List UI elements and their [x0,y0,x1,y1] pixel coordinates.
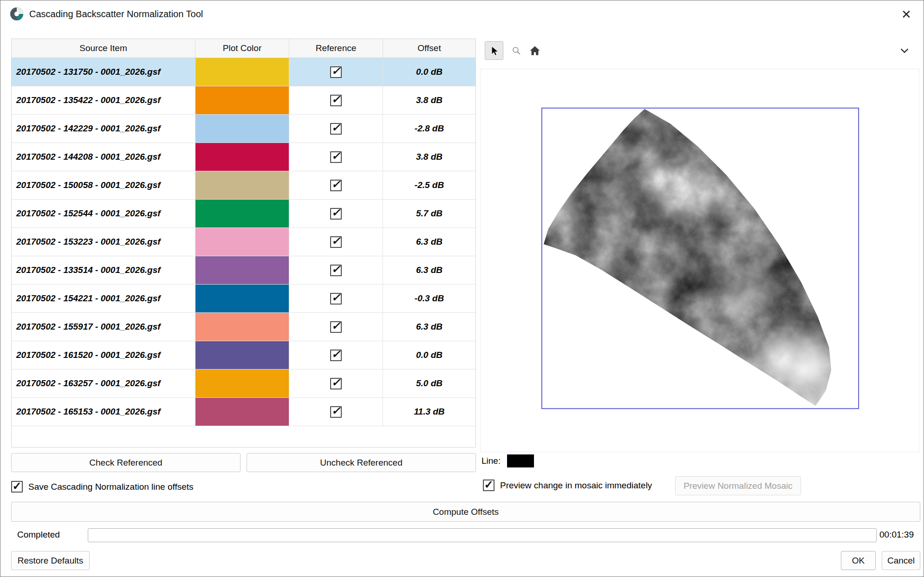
table-row[interactable]: 20170502 - 163257 - 0001_2026.gsf✓5.0 dB [12,370,475,398]
table-row[interactable]: 20170502 - 144208 - 0001_2026.gsf✓3.8 dB [12,143,475,171]
column-header-plot-color[interactable]: Plot Color [195,39,289,58]
table-row[interactable]: 20170502 - 131750 - 0001_2026.gsf✓0.0 dB [12,58,475,86]
offset-cell[interactable]: -2.5 dB [383,171,475,199]
source-item-cell[interactable]: 20170502 - 144208 - 0001_2026.gsf [12,143,195,171]
plot-color-cell[interactable] [195,285,289,312]
reference-checkbox[interactable]: ✓ [330,321,342,333]
reference-cell[interactable]: ✓ [289,200,383,227]
close-icon[interactable]: ✕ [898,7,914,22]
plot-color-cell[interactable] [195,341,289,369]
reference-checkbox[interactable]: ✓ [330,293,342,305]
offset-cell[interactable]: 3.8 dB [383,86,475,114]
source-item-cell[interactable]: 20170502 - 131750 - 0001_2026.gsf [12,58,195,86]
offset-cell[interactable]: 3.8 dB [383,143,475,171]
table-row[interactable]: 20170502 - 142229 - 0001_2026.gsf✓-2.8 d… [12,115,475,143]
reference-checkbox[interactable]: ✓ [330,236,342,248]
plot-color-cell[interactable] [195,143,289,171]
uncheck-referenced-button[interactable]: Uncheck Referenced [247,453,476,472]
reference-checkbox[interactable]: ✓ [330,406,342,418]
table-row[interactable]: 20170502 - 165153 - 0001_2026.gsf✓11.3 d… [12,398,475,426]
plot-color-cell[interactable] [195,256,289,284]
table-row[interactable]: 20170502 - 153223 - 0001_2026.gsf✓6.3 dB [12,228,475,256]
source-item-cell[interactable]: 20170502 - 153223 - 0001_2026.gsf [12,228,195,256]
offset-cell[interactable]: 6.3 dB [383,228,475,256]
source-item-cell[interactable]: 20170502 - 163257 - 0001_2026.gsf [12,370,195,397]
plot-color-cell[interactable] [195,171,289,199]
reference-checkbox[interactable]: ✓ [330,265,342,276]
reference-checkbox[interactable]: ✓ [330,151,342,163]
plot-color-cell[interactable] [195,86,289,114]
mosaic-preview [481,69,919,452]
plot-color-cell[interactable] [195,398,289,426]
table-row[interactable]: 20170502 - 154221 - 0001_2026.gsf✓-0.3 d… [12,285,475,313]
column-header-offset[interactable]: Offset [383,39,475,58]
source-item-cell[interactable]: 20170502 - 152544 - 0001_2026.gsf [12,200,195,227]
plot-color-cell[interactable] [195,115,289,143]
table-row[interactable]: 20170502 - 133514 - 0001_2026.gsf✓6.3 dB [12,256,475,285]
source-item-cell[interactable]: 20170502 - 154221 - 0001_2026.gsf [12,285,195,312]
source-item-cell[interactable]: 20170502 - 133514 - 0001_2026.gsf [12,256,195,284]
source-item-cell[interactable]: 20170502 - 142229 - 0001_2026.gsf [12,115,195,143]
column-header-reference[interactable]: Reference [289,39,383,58]
reference-cell[interactable]: ✓ [289,171,383,199]
reference-checkbox[interactable]: ✓ [330,66,342,78]
source-item-cell[interactable]: 20170502 - 165153 - 0001_2026.gsf [12,398,195,426]
source-item-cell[interactable]: 20170502 - 135422 - 0001_2026.gsf [12,86,195,114]
source-item-cell[interactable]: 20170502 - 155917 - 0001_2026.gsf [12,313,195,341]
mosaic-preview-panel[interactable] [480,69,919,452]
table-row[interactable]: 20170502 - 155917 - 0001_2026.gsf✓6.3 dB [12,313,475,341]
offset-cell[interactable]: 11.3 dB [383,398,475,426]
offset-cell[interactable]: 0.0 dB [383,341,475,369]
reference-cell[interactable]: ✓ [289,370,383,397]
zoom-tool-button[interactable] [507,41,526,60]
source-item-cell[interactable]: 20170502 - 150058 - 0001_2026.gsf [12,171,195,199]
plot-color-cell[interactable] [195,228,289,256]
offset-cell[interactable]: 5.7 dB [383,200,475,227]
reference-cell[interactable]: ✓ [289,398,383,426]
reference-cell[interactable]: ✓ [289,115,383,143]
ok-button[interactable]: OK [841,551,876,570]
offset-cell[interactable]: -2.8 dB [383,115,475,143]
reference-cell[interactable]: ✓ [289,228,383,256]
reference-cell[interactable]: ✓ [289,313,383,341]
table-row[interactable]: 20170502 - 135422 - 0001_2026.gsf✓3.8 dB [12,86,475,115]
offset-cell[interactable]: 5.0 dB [383,370,475,397]
reference-cell[interactable]: ✓ [289,256,383,284]
compute-offsets-button[interactable]: Compute Offsets [11,502,920,522]
offset-cell[interactable]: -0.3 dB [383,285,475,312]
check-referenced-button[interactable]: Check Referenced [11,453,241,472]
offset-cell[interactable]: 6.3 dB [383,313,475,341]
reference-cell[interactable]: ✓ [289,285,383,312]
preview-immediately-checkbox[interactable]: ✓ [483,480,495,491]
reference-cell[interactable]: ✓ [289,86,383,114]
table-row[interactable]: 20170502 - 152544 - 0001_2026.gsf✓5.7 dB [12,200,475,228]
collapse-panel-button[interactable] [896,42,913,59]
table-row[interactable]: 20170502 - 161520 - 0001_2026.gsf✓0.0 dB [12,341,475,370]
line-color-swatch[interactable] [507,454,534,467]
reference-cell[interactable]: ✓ [289,143,383,171]
offset-cell[interactable]: 0.0 dB [383,58,475,86]
reference-cell[interactable]: ✓ [289,58,383,86]
table-row[interactable]: 20170502 - 150058 - 0001_2026.gsf✓-2.5 d… [12,171,475,200]
plot-color-cell[interactable] [195,200,289,227]
reference-checkbox[interactable]: ✓ [330,95,342,106]
save-offsets-checkbox[interactable]: ✓ [11,481,23,493]
chevron-down-icon [898,45,911,57]
plot-color-cell[interactable] [195,58,289,86]
cancel-button[interactable]: Cancel [882,551,920,570]
source-item-cell[interactable]: 20170502 - 161520 - 0001_2026.gsf [12,341,195,369]
reference-checkbox[interactable]: ✓ [330,378,342,389]
reference-checkbox[interactable]: ✓ [330,180,342,191]
reference-checkbox[interactable]: ✓ [330,123,342,135]
preview-normalized-mosaic-button[interactable]: Preview Normalized Mosaic [675,476,801,495]
home-tool-button[interactable] [526,41,544,60]
plot-color-cell[interactable] [195,313,289,341]
offset-cell[interactable]: 6.3 dB [383,256,475,284]
restore-defaults-button[interactable]: Restore Defaults [11,551,90,570]
reference-checkbox[interactable]: ✓ [330,350,342,361]
plot-color-cell[interactable] [195,370,289,397]
pointer-tool-button[interactable] [485,41,503,60]
reference-cell[interactable]: ✓ [289,341,383,369]
reference-checkbox[interactable]: ✓ [330,208,342,220]
column-header-source-item[interactable]: Source Item [12,39,195,58]
